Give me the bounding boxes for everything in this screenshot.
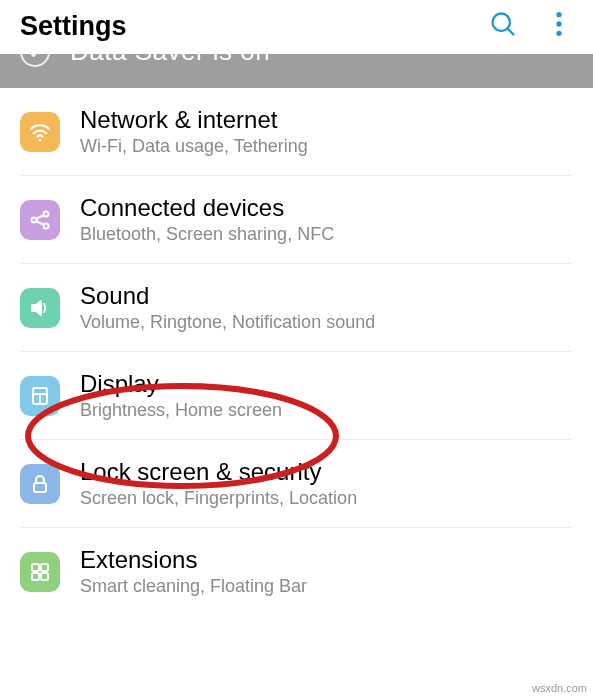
item-display[interactable]: Display Brightness, Home screen: [20, 352, 573, 440]
item-text: Connected devices Bluetooth, Screen shar…: [80, 194, 573, 245]
svg-line-9: [36, 215, 44, 219]
item-subtitle: Brightness, Home screen: [80, 400, 573, 421]
item-title: Display: [80, 370, 573, 398]
svg-rect-15: [32, 564, 39, 571]
share-icon: [20, 200, 60, 240]
item-subtitle: Smart cleaning, Floating Bar: [80, 576, 573, 597]
svg-rect-16: [41, 564, 48, 571]
item-subtitle: Wi-Fi, Data usage, Tethering: [80, 136, 573, 157]
item-text: Extensions Smart cleaning, Floating Bar: [80, 546, 573, 597]
item-subtitle: Volume, Ringtone, Notification sound: [80, 312, 573, 333]
wifi-icon: [20, 112, 60, 152]
svg-rect-14: [34, 483, 46, 492]
item-title: Lock screen & security: [80, 458, 573, 486]
svg-rect-17: [32, 573, 39, 580]
item-title: Network & internet: [80, 106, 573, 134]
item-text: Sound Volume, Ringtone, Notification sou…: [80, 282, 573, 333]
extensions-icon: [20, 552, 60, 592]
page-title: Settings: [20, 11, 127, 42]
settings-list: Network & internet Wi-Fi, Data usage, Te…: [0, 88, 593, 615]
watermark: wsxdn.com: [532, 682, 587, 694]
item-lock-screen-security[interactable]: Lock screen & security Screen lock, Fing…: [20, 440, 573, 528]
sound-icon: [20, 288, 60, 328]
item-extensions[interactable]: Extensions Smart cleaning, Floating Bar: [20, 528, 573, 615]
svg-point-4: [556, 31, 561, 36]
header-actions: [489, 10, 573, 42]
item-subtitle: Screen lock, Fingerprints, Location: [80, 488, 573, 509]
item-connected-devices[interactable]: Connected devices Bluetooth, Screen shar…: [20, 176, 573, 264]
item-text: Network & internet Wi-Fi, Data usage, Te…: [80, 106, 573, 157]
svg-line-10: [36, 221, 44, 225]
app-header: Settings: [0, 0, 593, 54]
item-title: Sound: [80, 282, 573, 310]
item-subtitle: Bluetooth, Screen sharing, NFC: [80, 224, 573, 245]
item-title: Connected devices: [80, 194, 573, 222]
item-sound[interactable]: Sound Volume, Ringtone, Notification sou…: [20, 264, 573, 352]
display-icon: [20, 376, 60, 416]
banner-text: Data Saver is on: [70, 54, 270, 67]
svg-point-5: [39, 138, 42, 141]
status-banner[interactable]: Data Saver is on: [0, 54, 593, 88]
search-icon[interactable]: [489, 10, 517, 42]
lock-icon: [20, 464, 60, 504]
svg-line-1: [508, 29, 514, 35]
svg-point-2: [556, 12, 561, 17]
svg-point-3: [556, 21, 561, 26]
more-icon[interactable]: [555, 10, 563, 42]
check-circle-icon: [20, 54, 50, 67]
svg-rect-18: [41, 573, 48, 580]
item-text: Lock screen & security Screen lock, Fing…: [80, 458, 573, 509]
item-title: Extensions: [80, 546, 573, 574]
item-text: Display Brightness, Home screen: [80, 370, 573, 421]
item-network-internet[interactable]: Network & internet Wi-Fi, Data usage, Te…: [20, 88, 573, 176]
